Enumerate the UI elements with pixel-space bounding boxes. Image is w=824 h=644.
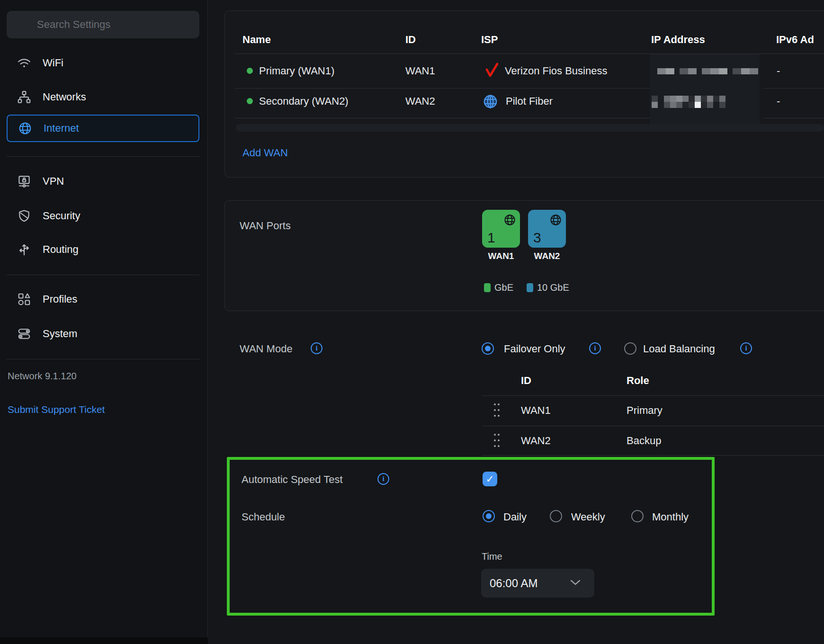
priority-role: Primary — [627, 404, 663, 417]
failover-only-info-icon[interactable]: i — [589, 342, 601, 354]
port-number: 1 — [487, 230, 495, 246]
sidebar-item-internet[interactable]: Internet — [7, 115, 199, 142]
schedule-daily-radio[interactable] — [483, 510, 495, 522]
add-wan-link[interactable]: Add WAN — [242, 147, 288, 159]
automatic-speed-test-info-icon[interactable]: i — [377, 473, 389, 485]
sidebar-item-routing[interactable]: Routing — [7, 236, 199, 263]
shield-icon — [17, 209, 31, 223]
table-divider — [235, 118, 650, 118]
col-header-ip-address: IP Address — [651, 34, 705, 46]
isp-name: Verizon Fios Business — [505, 65, 607, 77]
window-bottom-strip — [0, 637, 208, 644]
priority-id: WAN2 — [521, 435, 551, 447]
legend-label-10gbe: 10 GbE — [537, 282, 569, 293]
wan-name: Secondary (WAN2) — [259, 95, 349, 107]
table-divider — [482, 455, 824, 456]
ip-address-column-band — [650, 54, 760, 127]
vpn-icon — [17, 174, 31, 188]
priority-id: WAN1 — [521, 404, 551, 417]
verizon-logo-icon — [485, 63, 499, 80]
submit-support-ticket-link[interactable]: Submit Support Ticket — [8, 404, 105, 415]
sidebar-item-label: Security — [43, 210, 80, 222]
table-divider — [482, 395, 824, 396]
isp-name: Pilot Fiber — [506, 95, 553, 107]
chevron-down-icon — [570, 579, 581, 588]
settings-sidebar: WiFi Networks Internet — [0, 0, 208, 644]
sidebar-divider — [7, 359, 199, 359]
search-input[interactable] — [7, 11, 199, 38]
status-online-dot — [247, 98, 253, 104]
wan-mode-info-icon[interactable]: i — [311, 342, 322, 354]
col-header-isp: ISP — [481, 34, 498, 46]
drag-handle-icon[interactable] — [493, 402, 501, 419]
redacted-ip-value — [657, 68, 758, 74]
sidebar-divider — [7, 275, 199, 275]
sidebar-divider — [7, 156, 199, 157]
globe-icon — [549, 214, 562, 226]
col-header-id: ID — [521, 375, 531, 387]
priority-role: Backup — [627, 435, 661, 447]
collapsed-row-placeholder — [236, 124, 824, 132]
sidebar-item-label: Networks — [43, 91, 86, 103]
automatic-speed-test-label: Automatic Speed Test — [242, 474, 343, 486]
globe-icon — [503, 214, 516, 226]
legend-swatch-10gbe — [527, 283, 533, 292]
failover-only-label[interactable]: Failover Only — [504, 343, 565, 355]
port-label: WAN2 — [528, 251, 566, 261]
sidebar-item-label: VPN — [43, 175, 64, 188]
time-label: Time — [482, 551, 502, 562]
wan-id: WAN1 — [405, 65, 435, 77]
sidebar-item-profiles[interactable]: Profiles — [7, 286, 199, 313]
load-balancing-label[interactable]: Load Balancing — [643, 343, 715, 355]
failover-only-radio[interactable] — [482, 342, 494, 355]
system-icon — [17, 327, 31, 341]
sidebar-item-label: Profiles — [43, 293, 77, 305]
col-header-id: ID — [405, 34, 416, 46]
schedule-monthly-label[interactable]: Monthly — [652, 511, 689, 523]
legend-swatch-gbe — [484, 283, 491, 292]
networks-icon — [17, 90, 31, 104]
automatic-speed-test-checkbox[interactable]: ✓ — [483, 472, 497, 486]
table-divider — [763, 88, 824, 89]
sidebar-item-networks[interactable]: Networks — [7, 83, 199, 111]
sidebar-item-label: WiFi — [43, 57, 63, 69]
table-divider — [235, 88, 650, 89]
sidebar-item-vpn[interactable]: VPN — [7, 168, 199, 195]
port-tile-wan1[interactable]: 1 — [482, 210, 520, 248]
sidebar-item-label: Routing — [43, 243, 79, 256]
load-balancing-info-icon[interactable]: i — [740, 342, 752, 354]
sidebar-item-system[interactable]: System — [7, 320, 199, 348]
table-divider — [235, 54, 824, 54]
status-online-dot — [247, 68, 253, 74]
time-select-value: 06:00 AM — [490, 577, 537, 590]
globe-icon — [18, 121, 32, 135]
routing-icon — [17, 242, 31, 257]
port-label: WAN1 — [482, 251, 520, 261]
port-number: 3 — [533, 230, 541, 246]
load-balancing-radio[interactable] — [624, 342, 636, 355]
col-header-role: Role — [627, 375, 649, 387]
sidebar-item-label: Internet — [44, 122, 79, 134]
schedule-daily-label[interactable]: Daily — [503, 511, 527, 523]
sidebar-item-security[interactable]: Security — [7, 202, 199, 230]
network-version-label: Network 9.1.120 — [8, 371, 77, 382]
col-header-ipv6-address: IPv6 Ad — [776, 34, 814, 46]
wan-ports-label: WAN Ports — [240, 220, 291, 232]
profiles-icon — [17, 292, 31, 306]
schedule-weekly-radio[interactable] — [550, 510, 562, 522]
schedule-label: Schedule — [242, 511, 285, 523]
sidebar-item-wifi[interactable]: WiFi — [7, 49, 199, 77]
schedule-weekly-label[interactable]: Weekly — [571, 511, 605, 523]
check-icon: ✓ — [486, 474, 494, 485]
table-divider — [482, 426, 824, 426]
ipv6-value: - — [777, 65, 780, 77]
drag-handle-icon[interactable] — [493, 432, 501, 449]
port-tile-wan2[interactable]: 3 — [528, 210, 566, 248]
wan-ports-card — [224, 200, 824, 311]
sidebar-item-label: System — [43, 328, 77, 340]
wan-name: Primary (WAN1) — [259, 65, 334, 77]
time-select[interactable]: 06:00 AM — [481, 569, 594, 598]
wan-mode-label: WAN Mode — [240, 343, 293, 355]
unifi-internet-settings-page: WiFi Networks Internet — [0, 0, 824, 644]
schedule-monthly-radio[interactable] — [631, 510, 644, 522]
